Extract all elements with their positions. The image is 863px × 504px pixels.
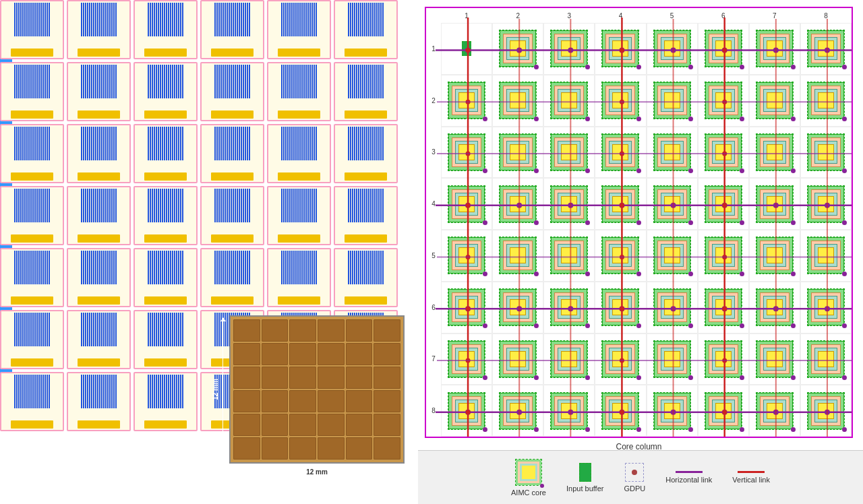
core-cell: [267, 0, 331, 59]
purple-dot: [688, 117, 693, 121]
diagram-cell: [647, 178, 698, 230]
purple-dot: [585, 272, 590, 276]
purple-dot: [636, 220, 641, 225]
legend-aimc-label: AIMC core: [511, 489, 546, 497]
aimc-core: [705, 237, 742, 274]
aimc-core: [756, 237, 794, 274]
die-photo: 12 mm 12 mm: [229, 315, 405, 464]
aimc-core: [499, 82, 537, 119]
purple-dot: [688, 272, 693, 276]
legend-vlink-icon: [738, 471, 765, 473]
core-cell: [200, 62, 264, 121]
diagram-cell: [698, 282, 749, 334]
purple-dot: [842, 168, 847, 173]
col-header: 8: [800, 8, 852, 23]
core-cell: [334, 62, 398, 121]
diagram-cell: [595, 23, 646, 75]
diagram-cell: [698, 127, 749, 179]
diagram-cell: [698, 385, 749, 437]
col-header: 6: [698, 8, 749, 23]
die-cell: [374, 437, 400, 460]
left-panel: 12 mm 12 mm: [0, 0, 418, 504]
diagram-cell: [441, 75, 492, 127]
diagram-cell: [492, 334, 543, 385]
aimc-core: [653, 340, 691, 378]
purple-dot: [842, 375, 847, 380]
diagram-cell: [698, 230, 749, 282]
core-cell: [200, 248, 264, 307]
diagram-cell: [749, 334, 800, 385]
core-cell: [67, 0, 131, 59]
purple-dot: [585, 220, 590, 225]
diagram-cell: [800, 334, 852, 385]
purple-dot: [791, 117, 796, 121]
purple-dot: [740, 272, 744, 276]
die-cell: [289, 390, 316, 412]
aimc-core: [550, 185, 588, 223]
core-cell: [67, 62, 131, 121]
die-cell: [262, 367, 289, 389]
core-cell: [133, 62, 198, 121]
die-cell: [233, 414, 260, 436]
diagram-cell: [698, 334, 749, 385]
aimc-core: [601, 30, 639, 67]
diagram-cell: [492, 230, 543, 282]
die-cell: [289, 343, 316, 365]
aimc-core: [448, 82, 485, 119]
aimc-core: [756, 340, 794, 378]
aimc-core: [550, 288, 588, 326]
legend-ibuf-icon: [579, 463, 591, 482]
diagram-cell: [441, 23, 492, 75]
diagram-cell: [749, 178, 800, 230]
purple-dot: [740, 427, 744, 432]
aimc-core: [550, 133, 588, 171]
die-cell: [262, 390, 289, 412]
diagram-cell: [543, 282, 595, 334]
die-cell: [318, 390, 345, 412]
purple-dot: [791, 272, 796, 276]
row-header: 5: [426, 230, 441, 282]
legend-ibuf-item: Input buffer: [566, 463, 603, 493]
die-cell: [346, 414, 373, 436]
die-cell: [233, 390, 260, 412]
col-header: 2: [492, 8, 543, 23]
purple-dot: [842, 323, 847, 328]
core-cell: [0, 124, 64, 183]
aimc-core: [653, 30, 691, 67]
die-cell: [233, 343, 260, 365]
core-cell: [334, 248, 398, 307]
purple-dot: [585, 168, 590, 173]
diagram-cell: [543, 23, 595, 75]
dim-line-v: [222, 320, 223, 459]
die-cell: [262, 319, 289, 342]
legend-vlink-item: Vertical link: [732, 471, 770, 484]
diagram-cell: [595, 334, 646, 385]
purple-dot: [636, 375, 641, 380]
diagram-cell: [543, 75, 595, 127]
purple-dot: [636, 117, 641, 121]
legend-hlink-item: Horizontal link: [665, 471, 712, 484]
diagram-cell: [749, 23, 800, 75]
purple-dot: [842, 117, 847, 121]
diagram-cell: [647, 334, 698, 385]
aimc-core: [705, 392, 742, 430]
purple-dot: [842, 427, 847, 432]
aimc-core: [550, 82, 588, 119]
core-cell: [334, 186, 398, 245]
aimc-core: [653, 392, 691, 430]
aimc-core: [705, 133, 742, 171]
col-header: 7: [749, 8, 800, 23]
core-cell: [0, 62, 64, 121]
purple-dot: [740, 375, 744, 380]
purple-dot: [483, 168, 487, 173]
die-cell: [233, 367, 260, 389]
diagram-cell: [595, 75, 646, 127]
die-cell: [374, 343, 400, 365]
core-cell: [0, 310, 64, 369]
purple-dot: [483, 272, 487, 276]
aimc-core: [550, 392, 588, 430]
aimc-core: [499, 340, 537, 378]
diagram-cell: [800, 23, 852, 75]
aimc-core: [756, 133, 794, 171]
aimc-core: [653, 133, 691, 171]
